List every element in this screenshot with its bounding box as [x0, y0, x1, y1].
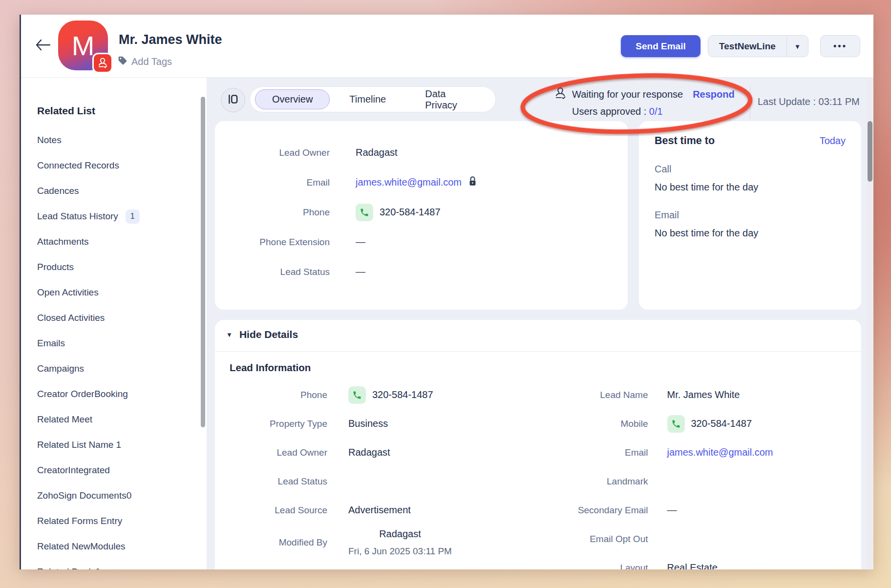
- best-time-card: Best time to Today Call No best time for…: [639, 121, 861, 310]
- sidebar-item-cadences[interactable]: Cadences: [37, 178, 192, 204]
- hide-details-toggle[interactable]: ▼ Hide Details: [226, 329, 298, 340]
- field-lead-name: Lead Name Mr. James White: [538, 380, 862, 409]
- tab-timeline[interactable]: Timeline: [330, 89, 405, 109]
- approval-notice: Waiting for your response Respond Users …: [553, 86, 735, 117]
- sidebar-item-related-list-name-1[interactable]: Related List Name 1: [37, 432, 192, 458]
- testnewline-label: TestNewLine: [708, 41, 786, 52]
- avatar[interactable]: M: [58, 21, 108, 70]
- sidebar-item-campaigns[interactable]: Campaigns: [37, 356, 192, 381]
- waiting-text: Waiting for your response: [572, 89, 683, 100]
- best-call-value: No best time for the day: [655, 182, 846, 193]
- ellipsis-icon: •••: [833, 41, 847, 51]
- field-lead-owner: Lead Owner Radagast: [215, 438, 538, 467]
- field-email-opt-out: Email Opt Out: [538, 525, 862, 553]
- send-email-button[interactable]: Send Email: [621, 35, 700, 57]
- field-phone: Phone 320-584-1487: [215, 380, 538, 409]
- field-email: Email james.white@gmail.com: [215, 168, 628, 197]
- avatar-letter: M: [72, 30, 95, 62]
- details-panel: ▼ Hide Details Lead Information Phone 32…: [215, 320, 861, 569]
- best-call-label: Call: [655, 164, 846, 175]
- field-lead-status: Lead Status —: [215, 257, 628, 287]
- tab-overview[interactable]: Overview: [255, 89, 330, 109]
- count-badge: 1: [126, 210, 140, 224]
- field-lead-status: Lead Status: [215, 467, 538, 496]
- phone-number[interactable]: 320-584-1487: [380, 207, 441, 218]
- best-email-value: No best time for the day: [655, 228, 846, 239]
- layout-toggle-icon: [227, 93, 239, 107]
- field-email: Email james.white@gmail.com: [538, 438, 862, 467]
- lock-icon: [468, 176, 477, 189]
- sidebar-item-related-forms-entry[interactable]: Related Forms Entry: [37, 508, 192, 534]
- field-mobile: Mobile 320-584-1487: [538, 409, 862, 438]
- sidebar-item-connected-records[interactable]: Connected Records: [37, 153, 192, 178]
- toolbar-divider: [750, 85, 750, 120]
- main-scrollbar-thumb[interactable]: [868, 121, 872, 182]
- chevron-down-icon: ▾: [796, 42, 799, 50]
- email-link[interactable]: james.white@gmail.com: [356, 177, 462, 188]
- email-link[interactable]: james.white@gmail.com: [667, 447, 773, 458]
- field-secondary-email: Secondary Email —: [538, 496, 862, 525]
- sidebar-item-products[interactable]: Products: [37, 254, 192, 280]
- details-divider: [215, 351, 861, 352]
- best-time-title: Best time to: [655, 135, 715, 147]
- sidebar-item-closed-activities[interactable]: Closed Activities: [37, 305, 192, 331]
- back-arrow-icon: [35, 38, 50, 54]
- sidebar-scrollbar[interactable]: [201, 97, 205, 427]
- phone-call-icon[interactable]: [348, 386, 366, 404]
- field-lead-source: Lead Source Advertisement: [215, 496, 538, 525]
- last-update-text: Last Update : 03:11 PM: [758, 96, 860, 107]
- sidebar-title: Related List: [37, 105, 95, 117]
- modified-date: Fri, 6 Jun 2025 03:11 PM: [348, 546, 452, 557]
- tab-bar: Overview Timeline Data Privacy: [250, 86, 496, 112]
- lead-information-title: Lead Information: [230, 362, 311, 374]
- sidebar-item-notes[interactable]: Notes: [37, 127, 192, 153]
- sidebar-item-attachments[interactable]: Attachments: [37, 229, 192, 254]
- testnewline-button[interactable]: TestNewLine ▾: [708, 35, 808, 57]
- users-approved-count[interactable]: 0/1: [649, 106, 663, 117]
- tag-icon: [118, 56, 127, 68]
- phone-number[interactable]: 320-584-1487: [372, 389, 433, 400]
- back-button[interactable]: [35, 38, 52, 54]
- field-landmark: Landmark: [538, 467, 862, 496]
- caret-down-icon: ▼: [226, 331, 233, 338]
- related-list-sidebar: Related List Notes Connected Records Cad…: [21, 78, 207, 569]
- sidebar-item-lead-status-history[interactable]: Lead Status History1: [37, 204, 192, 229]
- respond-link[interactable]: Respond: [693, 89, 735, 100]
- sidebar-item-related-deals1[interactable]: Related Deals1: [37, 559, 192, 569]
- sidebar-item-related-meet[interactable]: Related Meet: [37, 407, 192, 432]
- sidebar-item-creatorintegrated[interactable]: CreatorIntegrated: [37, 458, 192, 483]
- field-phone: Phone 320-584-1487: [215, 197, 628, 227]
- overview-card: Lead Owner Radagast Email james.white@gm…: [215, 121, 628, 310]
- sidebar-item-emails[interactable]: Emails: [37, 331, 192, 356]
- field-phone-extension: Phone Extension —: [215, 227, 628, 257]
- field-modified-by: Modified By Radagast Fri, 6 Jun 2025 03:…: [215, 525, 538, 561]
- collapse-panel-button[interactable]: [221, 88, 245, 112]
- zohosign-stamp-badge-icon: [92, 53, 113, 73]
- phone-call-icon[interactable]: [667, 415, 685, 433]
- lead-information-grid: Phone 320-584-1487 Property Type Busines…: [215, 380, 861, 569]
- today-link[interactable]: Today: [820, 135, 846, 147]
- page-title: Mr. James White: [119, 32, 222, 47]
- record-header: M Mr. James White Add Tags Send Email Te…: [21, 15, 873, 77]
- sidebar-list: Notes Connected Records Cadences Lead St…: [37, 127, 192, 569]
- tab-data-privacy[interactable]: Data Privacy: [405, 89, 490, 109]
- add-tags-button[interactable]: Add Tags: [118, 56, 172, 68]
- add-tags-label: Add Tags: [131, 56, 172, 67]
- testnewline-dropdown-button[interactable]: ▾: [786, 36, 808, 57]
- app-window: M Mr. James White Add Tags Send Email Te…: [20, 15, 873, 569]
- users-approved-label: Users approved :: [572, 106, 646, 117]
- best-email-label: Email: [655, 210, 846, 221]
- main-content: Overview Timeline Data Privacy Waiting f…: [207, 78, 873, 569]
- more-actions-button[interactable]: •••: [820, 35, 860, 57]
- sidebar-item-open-activities[interactable]: Open Activities: [37, 280, 192, 305]
- mobile-number[interactable]: 320-584-1487: [691, 418, 752, 429]
- sidebar-item-creator-orderbooking[interactable]: Creator OrderBooking: [37, 381, 192, 407]
- sidebar-item-zohosign-documents0[interactable]: ZohoSign Documents0: [37, 483, 192, 508]
- phone-call-icon[interactable]: [356, 204, 373, 221]
- field-property-type: Property Type Business: [215, 409, 538, 438]
- stamp-icon: [553, 86, 567, 102]
- field-lead-owner: Lead Owner Radagast: [215, 138, 628, 168]
- sidebar-item-related-newmodules[interactable]: Related NewModules: [37, 534, 192, 559]
- field-layout: Layout Real Estate: [538, 553, 862, 569]
